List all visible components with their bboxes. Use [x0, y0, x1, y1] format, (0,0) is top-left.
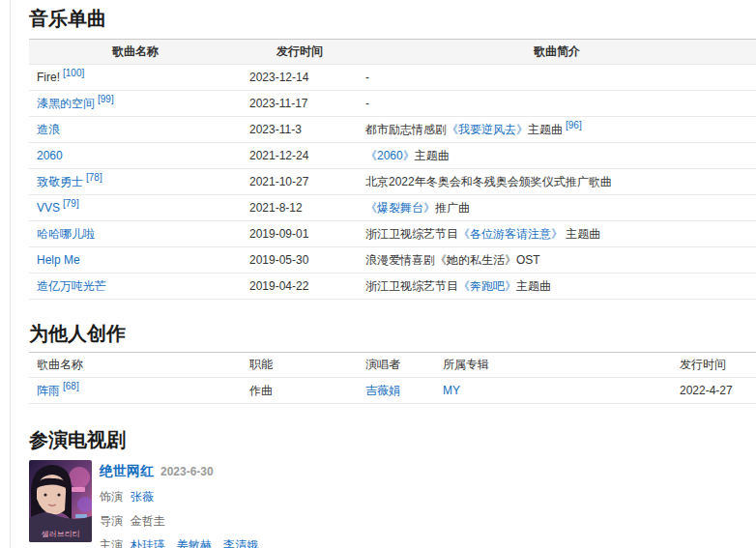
- table-cell: -: [358, 91, 756, 117]
- text: 主题曲: [415, 149, 450, 162]
- text-link[interactable]: 《奔跑吧》: [458, 279, 516, 293]
- singles-table: 歌曲名称发行时间歌曲简介 Fire![100]2023-12-14-漆黑的空间[…: [29, 39, 756, 300]
- text: -: [365, 71, 369, 84]
- table-cell: 2060: [29, 143, 242, 169]
- text: 2019-04-22: [249, 279, 308, 293]
- text: 2019-05-30: [249, 253, 308, 267]
- table-cell: 2023-12-14: [242, 65, 358, 91]
- drama-field-row: 导演金哲圭: [100, 513, 258, 530]
- table-cell: 2021-8-12: [242, 195, 358, 221]
- table-row: 造浪2023-11-3都市励志情感剧《我要逆风去》主题曲[96]: [29, 117, 756, 143]
- table-cell: 吉薇娟: [358, 378, 435, 404]
- text: 2022-4-27: [680, 384, 733, 397]
- drama-field-row: 主演朴珪瑛、姜敏赫、李清娥: [100, 537, 258, 548]
- column-header: 发行时间: [242, 40, 358, 65]
- table-cell: 2019-09-01: [242, 221, 358, 247]
- text-link[interactable]: 2060: [37, 149, 63, 162]
- text: Fire!: [37, 71, 60, 84]
- table-row: 哈哈哪儿啦2019-09-01浙江卫视综艺节目《各位游客请注意》 主题曲: [29, 221, 756, 247]
- text-link[interactable]: 造浪: [37, 123, 60, 136]
- reference-link[interactable]: [79]: [63, 198, 79, 209]
- text-link[interactable]: 《爆裂舞台》: [365, 201, 435, 215]
- table-cell: 2019-05-30: [242, 247, 358, 274]
- table-cell: 哈哈哪儿啦: [29, 221, 242, 247]
- table-cell: 都市励志情感剧《我要逆风去》主题曲[96]: [358, 117, 756, 143]
- table-row: 致敬勇士[78]2021-10-27北京2022年冬奥会和冬残奥会颁奖仪式推广歌…: [29, 169, 756, 195]
- text-link[interactable]: 造亿万吨光芒: [37, 279, 106, 293]
- text: 推广曲: [435, 201, 470, 215]
- text: 2021-12-24: [249, 149, 308, 162]
- text-link[interactable]: 哈哈哪儿啦: [37, 227, 95, 241]
- text: 2023-12-14: [249, 71, 308, 84]
- page-left-border: [10, 0, 11, 548]
- text-link[interactable]: 《我要逆风去》: [447, 123, 528, 136]
- column-header: 所属专辑: [435, 353, 672, 378]
- table-row: 阵雨[68]作曲吉薇娟MY2022-4-27: [29, 378, 756, 404]
- text: 浙江卫视综艺节目: [365, 227, 458, 241]
- table-cell: 2022-4-27: [672, 378, 756, 404]
- poster-caption-text: 셀러브리티: [42, 530, 80, 538]
- drama-poster-image[interactable]: 셀러브리티: [29, 460, 92, 542]
- text-link[interactable]: 阵雨: [37, 384, 60, 397]
- text: 2023-11-17: [249, 97, 308, 110]
- column-header: 职能: [242, 353, 358, 378]
- text-link[interactable]: 《各位游客请注意》: [458, 227, 563, 241]
- table-row: Help Me2019-05-30浪漫爱情喜剧《她的私生活》OST: [29, 247, 756, 274]
- table-header-row: 歌曲名称职能演唱者所属专辑发行时间: [29, 353, 756, 378]
- text: 、: [165, 538, 177, 548]
- table-cell: 北京2022年冬奥会和冬残奥会颁奖仪式推广歌曲: [358, 169, 756, 195]
- table-cell: -: [358, 65, 756, 91]
- table-cell: VVS[79]: [29, 195, 242, 221]
- text: 主题曲: [563, 227, 600, 241]
- text-link[interactable]: 朴珪瑛: [131, 538, 165, 548]
- drama-field-label: 饰演: [100, 490, 123, 504]
- drama-field-row: 饰演张薇: [100, 489, 258, 505]
- table-cell: 2021-10-27: [242, 169, 358, 195]
- table-cell: 浙江卫视综艺节目《各位游客请注意》 主题曲: [358, 221, 756, 247]
- text: 北京2022年冬奥会和冬残奥会颁奖仪式推广歌曲: [365, 175, 612, 188]
- table-cell: 阵雨[68]: [29, 378, 242, 404]
- reference-link[interactable]: [78]: [86, 172, 102, 183]
- table-cell: 漆黑的空间[99]: [29, 91, 242, 117]
- table-cell: 造浪: [29, 117, 242, 143]
- drama-release-date: 2023-6-30: [160, 465, 214, 478]
- table-row: 造亿万吨光芒2019-04-22浙江卫视综艺节目《奔跑吧》主题曲: [29, 274, 756, 300]
- text-link[interactable]: Help Me: [37, 253, 80, 267]
- table-cell: 浙江卫视综艺节目《奔跑吧》主题曲: [358, 274, 756, 300]
- table-row: 漆黑的空间[99]2023-11-17-: [29, 91, 756, 117]
- text: 2019-09-01: [249, 227, 308, 241]
- drama-title-link[interactable]: 绝世网红: [100, 463, 154, 478]
- text-link[interactable]: 姜敏赫: [177, 538, 212, 548]
- text: 作曲: [249, 384, 273, 397]
- text-link[interactable]: 吉薇娟: [365, 384, 400, 397]
- text: 浪漫爱情喜剧《她的私生活》OST: [365, 253, 540, 267]
- reference-link[interactable]: [99]: [98, 94, 114, 104]
- table-cell: Help Me: [29, 247, 242, 274]
- text-link[interactable]: 漆黑的空间: [37, 97, 95, 110]
- table-row: Fire![100]2023-12-14-: [29, 65, 756, 91]
- text: 、: [212, 538, 223, 548]
- table-cell: 浪漫爱情喜剧《她的私生活》OST: [358, 247, 756, 274]
- column-header: 歌曲名称: [29, 40, 242, 65]
- text: 金哲圭: [131, 514, 165, 528]
- text: 主题曲: [516, 279, 551, 293]
- text-link[interactable]: 《2060》: [365, 149, 415, 162]
- text-link[interactable]: 致敬勇士: [37, 175, 83, 188]
- text: 浙江卫视综艺节目: [365, 279, 458, 293]
- text-link[interactable]: 张薇: [131, 490, 154, 504]
- table-header-row: 歌曲名称发行时间歌曲简介: [29, 40, 756, 65]
- table-cell: 《爆裂舞台》推广曲: [358, 195, 756, 221]
- drama-card: 셀러브리티 绝世网红2023-6-30 饰演张薇导演金哲圭主演朴珪瑛、姜敏赫、李…: [29, 460, 756, 548]
- text-link[interactable]: VVS: [37, 201, 60, 215]
- reference-link[interactable]: [100]: [63, 68, 84, 78]
- text-link[interactable]: 李清娥: [223, 538, 258, 548]
- table-cell: 《2060》主题曲: [358, 143, 756, 169]
- drama-field-label: 主演: [100, 538, 123, 548]
- table-cell: 致敬勇士[78]: [29, 169, 242, 195]
- reference-link[interactable]: [96]: [566, 120, 582, 130]
- text-link[interactable]: MY: [443, 384, 460, 397]
- text: 2021-8-12: [249, 201, 303, 215]
- created-for-others-table: 歌曲名称职能演唱者所属专辑发行时间 阵雨[68]作曲吉薇娟MY2022-4-27: [29, 352, 756, 404]
- reference-link[interactable]: [68]: [63, 381, 79, 391]
- drama-field-label: 导演: [100, 514, 123, 528]
